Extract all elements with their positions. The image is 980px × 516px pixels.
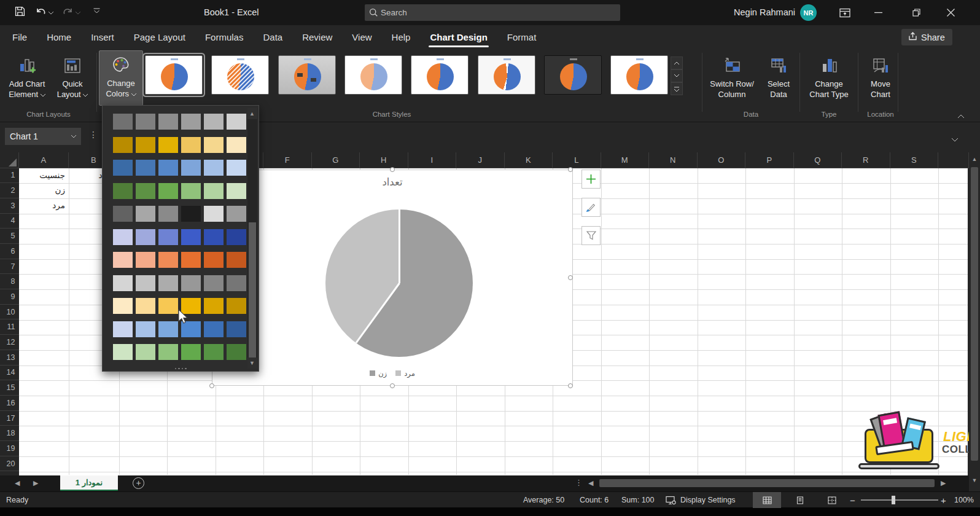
row-header-14[interactable]: 14	[0, 366, 19, 381]
search-box[interactable]	[365, 4, 620, 21]
column-header-I[interactable]: I	[408, 152, 457, 168]
color-swatch[interactable]	[136, 206, 155, 222]
horizontal-scrollbar-thumb[interactable]	[599, 479, 935, 487]
color-swatch[interactable]	[204, 252, 224, 268]
undo-button[interactable]	[35, 6, 53, 17]
menu-resize-grip[interactable]	[175, 368, 187, 370]
name-box-more-icon[interactable]: ⋮	[89, 130, 98, 139]
sheet-nav-left-icon[interactable]: ◀	[15, 479, 20, 487]
scroll-down-icon[interactable]: ▼	[969, 477, 980, 483]
color-swatch[interactable]	[136, 160, 155, 176]
color-swatch[interactable]	[158, 183, 178, 199]
tab-insert[interactable]: Insert	[81, 25, 124, 49]
tabs-more-icon[interactable]: ⋮	[575, 478, 583, 487]
view-page-layout-button[interactable]	[786, 492, 814, 508]
search-input[interactable]	[381, 8, 565, 17]
color-swatch[interactable]	[181, 344, 201, 360]
chart-selection-handle[interactable]	[390, 167, 395, 172]
color-swatch[interactable]	[204, 344, 224, 360]
color-swatch[interactable]	[136, 229, 155, 245]
color-swatch[interactable]	[136, 183, 155, 199]
color-swatch[interactable]	[227, 114, 246, 130]
color-swatch[interactable]	[158, 229, 178, 245]
color-swatch[interactable]	[158, 206, 178, 222]
tab-file[interactable]: File	[2, 25, 37, 49]
undo-chevron-icon[interactable]	[49, 6, 53, 17]
status-sum[interactable]: Sum: 100	[621, 492, 655, 508]
column-header-O[interactable]: O	[698, 152, 746, 168]
row-header-6[interactable]: 6	[0, 244, 19, 259]
chart-style-thumbnail[interactable]	[278, 55, 336, 95]
color-swatch[interactable]	[204, 183, 224, 199]
change-chart-type-button[interactable]: Change Chart Type	[804, 52, 854, 106]
minimize-button[interactable]	[866, 0, 890, 25]
row-header-11[interactable]: 11	[0, 320, 19, 335]
close-button[interactable]	[938, 0, 963, 25]
column-header-A[interactable]: A	[19, 152, 69, 168]
restore-button[interactable]	[904, 0, 928, 25]
select-data-button[interactable]: Select Data	[761, 52, 796, 106]
row-header-5[interactable]: 5	[0, 229, 19, 244]
column-header-H[interactable]: H	[360, 152, 408, 168]
color-swatch[interactable]	[181, 160, 201, 176]
vertical-scrollbar-thumb[interactable]	[971, 167, 978, 461]
color-swatch[interactable]	[204, 321, 224, 337]
cell-A2[interactable]: زن	[19, 183, 69, 198]
row-header-7[interactable]: 7	[0, 259, 19, 275]
color-swatch[interactable]	[136, 114, 155, 130]
color-swatch[interactable]	[113, 275, 133, 291]
legend-item[interactable]: مرد	[395, 369, 415, 378]
color-swatch[interactable]	[158, 275, 178, 291]
sheet-tab-active[interactable]: نمودار 1	[60, 475, 118, 491]
row-header-18[interactable]: 18	[0, 426, 19, 441]
column-header-G[interactable]: G	[312, 152, 360, 168]
tab-home[interactable]: Home	[37, 25, 81, 49]
collapse-ribbon-icon[interactable]	[958, 109, 964, 120]
color-swatch[interactable]	[113, 252, 133, 268]
chart-style-thumbnail[interactable]	[344, 55, 402, 95]
column-header-S[interactable]: S	[890, 152, 939, 168]
color-swatch[interactable]	[181, 206, 201, 222]
color-swatch[interactable]	[113, 114, 133, 130]
chart-style-thumbnail[interactable]	[211, 55, 269, 95]
color-swatch[interactable]	[158, 160, 178, 176]
color-swatch[interactable]	[204, 160, 224, 176]
color-swatch[interactable]	[136, 321, 155, 337]
tab-review[interactable]: Review	[292, 25, 342, 49]
display-settings-label[interactable]: Display Settings	[680, 492, 736, 508]
share-button[interactable]: Share	[901, 29, 952, 45]
gallery-scroll-up-button[interactable]	[671, 57, 683, 69]
name-box[interactable]: Chart 1	[5, 128, 81, 145]
zoom-level[interactable]: 100%	[954, 492, 974, 508]
color-swatch[interactable]	[113, 321, 133, 337]
chart-selection-handle[interactable]	[568, 167, 573, 172]
tab-chart-design[interactable]: Chart Design	[420, 25, 497, 49]
color-swatch[interactable]	[227, 275, 246, 291]
switch-row-column-button[interactable]: Switch Row/ Column	[706, 52, 758, 106]
color-swatch[interactable]	[113, 206, 133, 222]
color-swatch[interactable]	[181, 114, 201, 130]
zoom-slider-track[interactable]	[861, 499, 938, 501]
row-header-19[interactable]: 19	[0, 441, 19, 456]
color-swatch[interactable]	[158, 321, 178, 337]
color-swatch[interactable]	[227, 344, 246, 360]
color-swatch[interactable]	[158, 137, 178, 153]
quick-layout-button[interactable]: Quick Layout	[52, 52, 93, 106]
column-header-K[interactable]: K	[505, 152, 553, 168]
row-header-12[interactable]: 12	[0, 335, 19, 350]
zoom-out-button[interactable]: −	[850, 492, 855, 508]
scroll-up-icon[interactable]: ▲	[247, 108, 257, 119]
row-header-13[interactable]: 13	[0, 350, 19, 366]
column-header-R[interactable]: R	[842, 152, 890, 168]
column-header-L[interactable]: L	[553, 152, 601, 168]
status-count[interactable]: Count: 6	[580, 492, 609, 508]
ribbon-display-options-icon[interactable]	[833, 0, 857, 25]
cell-A3[interactable]: مرد	[19, 198, 69, 214]
tab-format[interactable]: Format	[497, 25, 546, 49]
chart-style-thumbnail[interactable]	[411, 55, 469, 95]
vertical-scrollbar[interactable]: ▲ ▼	[969, 152, 980, 487]
column-header-M[interactable]: M	[601, 152, 650, 168]
chart-styles-button[interactable]	[581, 198, 601, 217]
chart-selection-handle[interactable]	[568, 383, 573, 388]
column-header-Q[interactable]: Q	[794, 152, 842, 168]
